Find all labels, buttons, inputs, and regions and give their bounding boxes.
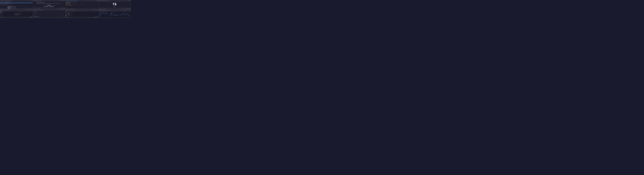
expr-4-5[interactable]: 4x+3c? <box>0 14 3 15</box>
menu-multidim-5[interactable]: Multi-Dim <box>7 10 9 11</box>
cell-3-1[interactable]: 0 <box>34 15 36 16</box>
menu-calculator-8[interactable]: Calculator <box>98 10 101 11</box>
cell-2-1[interactable]: 15 <box>34 14 36 15</box>
from-label: From <box>66 13 68 13</box>
notif-count-8: Notifications <box>126 9 129 10</box>
menu-latex-8[interactable]: LaTeX <box>101 10 102 11</box>
menu-latex-4[interactable]: LaTeX <box>101 1 102 2</box>
size-label: 3x3 <box>33 16 34 17</box>
history-tab-5[interactable]: History <box>0 12 2 12</box>
menu-plotter-8[interactable]: Plotter <box>103 10 105 11</box>
menu-control-3[interactable]: Control <box>75 1 77 2</box>
draw-grid-check[interactable] <box>66 15 66 16</box>
menu-control-4[interactable]: Control <box>108 1 109 2</box>
config-tab-7[interactable]: Config <box>66 12 70 13</box>
menu-multidim-7[interactable]: Multi-Dim <box>72 10 74 11</box>
menu-latex-7[interactable]: LaTeX <box>68 10 70 11</box>
menu-calculator-7[interactable]: Calculator <box>66 10 68 11</box>
welcome-7: Welcome Robin 13 <box>92 9 96 10</box>
from-input[interactable] <box>68 13 70 13</box>
close-btn-1[interactable]: ✕ <box>32 0 32 1</box>
ctx-copy-latex[interactable]: Copy LaTeX <box>7 8 16 9</box>
menu-control-6[interactable]: Control <box>42 10 44 11</box>
close-btn-8[interactable]: ✕ <box>130 9 131 10</box>
menu-plotter-6[interactable]: Plotter <box>38 10 39 11</box>
clear-btn-7[interactable]: Clear <box>95 17 96 17</box>
close-btn-7[interactable]: ✕ <box>98 9 98 10</box>
menu-calculator-3[interactable]: Calculator <box>66 1 68 2</box>
window-controls-5: ─ □ ✕ <box>31 9 32 10</box>
footer-expr-1: Sum 1/(k-3),(k,4,8) <box>0 9 4 9</box>
tab-codeinput-8[interactable]: Code Input <box>105 11 108 12</box>
save-matrix-btn[interactable]: Save <box>37 16 38 17</box>
menu-multidim-1[interactable]: Multi-Dim <box>7 1 9 2</box>
menu-control-2[interactable]: Control <box>42 1 44 2</box>
version-6: AMaDiA v0.15.7.1 by Robin 'Aztus' Albers <box>56 18 65 18</box>
to-row: To <box>66 13 70 14</box>
tab-plots-8[interactable]: Plots <box>100 11 102 12</box>
to-input[interactable] <box>68 13 70 14</box>
close-btn-3[interactable]: ✕ <box>98 0 98 1</box>
plot-input-5[interactable] <box>0 17 29 17</box>
menu-control-8[interactable]: Control <box>108 10 109 11</box>
tab-2d-5[interactable]: 2D <box>0 11 1 12</box>
tab-input-8[interactable]: Input <box>98 11 100 12</box>
cell-1-1[interactable]: 5 <box>34 13 36 14</box>
menu-latex-1[interactable]: LaTeX <box>3 1 4 2</box>
menu-multidim-2[interactable]: Multi-Dim <box>40 1 42 2</box>
close-btn-4[interactable]: ✕ <box>130 0 131 1</box>
menu-multidim-4[interactable]: Multi-Dim <box>105 1 107 2</box>
matrix-tabs: Matrix Input History <box>33 11 65 12</box>
menu-plotter-1[interactable]: Plotter <box>5 1 6 2</box>
close-btn-6[interactable]: ✕ <box>65 9 65 10</box>
menu-control-7[interactable]: Control <box>75 10 77 11</box>
tab-2d-7[interactable]: 2D <box>66 11 66 12</box>
clear-btn-5[interactable]: Clear <box>30 17 31 17</box>
svg-text:6: 6 <box>22 16 22 17</box>
menu-multidim-3[interactable]: Multi-Dim <box>72 1 74 2</box>
menu-latex-2[interactable]: LaTeX <box>36 1 37 2</box>
cell-2-2[interactable]: 0 <box>36 14 37 15</box>
menu-latex-5[interactable]: LaTeX <box>3 10 4 11</box>
control-left-7: History Config From To Steps total <box>66 12 70 17</box>
history-tab-6[interactable]: History <box>36 11 38 12</box>
menu-calculator-6[interactable]: Calculator <box>33 10 36 11</box>
col-labels: 1 2 3 <box>33 12 36 12</box>
menu-control-5[interactable]: Control <box>10 10 11 11</box>
plot-btn-5[interactable]: Plot <box>31 17 32 17</box>
steps-input[interactable] <box>68 14 70 15</box>
small-display: 1·a <box>98 6 131 8</box>
menu-latex-3[interactable]: LaTeX <box>68 1 70 2</box>
menu-calculator-5[interactable]: Calculator <box>0 10 3 11</box>
svg-rect-64 <box>109 12 120 18</box>
menu-latex-6[interactable]: LaTeX <box>36 10 37 11</box>
context-menu-1: Copy Solution Copy Text Copy LaTeX Calcu… <box>7 6 16 9</box>
menu-plotter-7[interactable]: Plotter <box>70 10 72 11</box>
menu-calculator-2[interactable]: Calculator <box>33 1 36 2</box>
menu-plotter-5[interactable]: Plotter <box>5 10 6 11</box>
cell-1-2[interactable]: 0 <box>36 13 37 14</box>
close-btn-5[interactable]: ✕ <box>32 9 32 10</box>
calc-content-1: { {s: -2}, {s: -1} } <= s^3+5s^2+8s+4=0 … <box>0 2 33 9</box>
menu-calculator-1[interactable]: Calculator <box>0 1 3 2</box>
menu-multidim-8[interactable]: Multi-Dim <box>105 10 107 11</box>
cell-3-2[interactable]: 8 <box>36 15 37 16</box>
menu-plotter-4[interactable]: Plotter <box>103 1 105 2</box>
version-7: AMaDiA v0.15.7.1 by Robin 'Aztus' Albers <box>89 18 98 18</box>
plots-grid: Step Response 1.5 1.0 0.5 0 Imp <box>98 12 131 18</box>
menu-control-1[interactable]: Control <box>10 1 11 2</box>
plot-btn-7[interactable]: Plot <box>97 17 98 17</box>
matrix-input-tab[interactable]: Matrix Input <box>33 11 36 12</box>
notif-error-msg: <class 'TypeError'>: unsupported operand… <box>66 4 98 5</box>
tab-singleplot-8[interactable]: Single Plot <box>102 11 105 12</box>
menu-multidim-6[interactable]: Multi-Dim <box>40 10 42 11</box>
menu-plotter-2[interactable]: Plotter <box>38 1 39 2</box>
configure-btn[interactable]: Configure A <box>34 16 37 17</box>
svg-text:0: 0 <box>17 16 18 17</box>
plot-input-7[interactable] <box>66 17 95 17</box>
menu-calculator-4[interactable]: Calculator <box>98 1 101 2</box>
svg-text:1.0: 1.0 <box>98 13 99 14</box>
menu-plotter-3[interactable]: Plotter <box>70 1 72 2</box>
close-btn-2[interactable]: ✕ <box>65 0 65 1</box>
cell-1-3 <box>37 13 39 14</box>
